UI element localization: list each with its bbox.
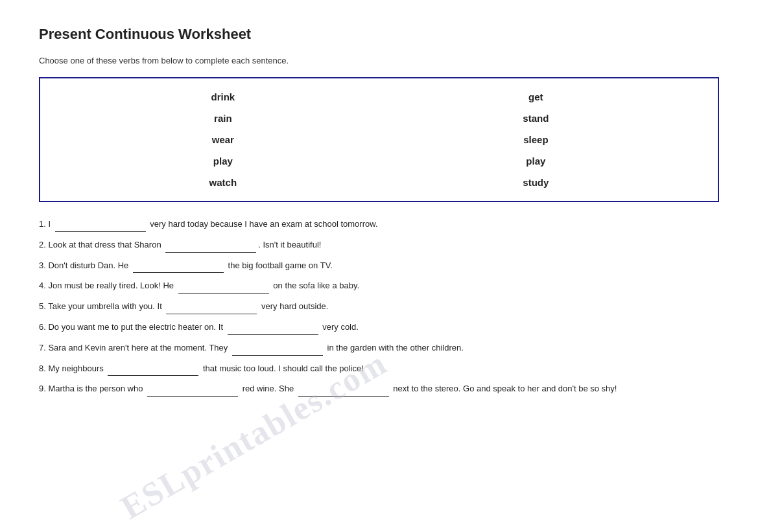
verb-sleep: sleep [523,134,548,145]
blank[interactable] [298,382,389,397]
verb-wear: wear [212,134,234,145]
sentence-item-3: 3. Don't disturb Dan. He the big footbal… [39,259,719,273]
page-title: Present Continuous Worksheet [39,26,719,43]
sentence-item-1: 1. I very hard today because I have an e… [39,218,719,232]
verb-study: study [523,177,549,188]
verb-column-right: get stand sleep play study [523,91,549,188]
verb-stand: stand [523,113,549,124]
blank[interactable] [178,279,269,294]
verb-get: get [528,91,543,102]
verb-play-right: play [526,156,545,167]
sentence-item-9: 9. Martha is the person who red wine. Sh… [39,382,719,397]
sentences-list: 1. I very hard today because I have an e… [39,218,719,397]
verb-watch: watch [209,177,237,188]
sentence-item-4: 4. Jon must be really tired. Look! He on… [39,279,719,294]
sentence-item-2: 2. Look at that dress that Sharon . Isn'… [39,238,719,253]
instructions: Choose one of these verbs from below to … [39,56,719,65]
verb-box: drink rain wear play watch get stand sle… [39,77,719,202]
blank[interactable] [232,341,323,356]
blank[interactable] [55,218,146,232]
sentence-item-7: 7. Sara and Kevin aren't here at the mom… [39,341,719,356]
blank[interactable] [108,362,198,376]
sentence-item-6: 6. Do you want me to put the electric he… [39,321,719,335]
sentence-item-8: 8. My neighbours that music too loud. I … [39,362,719,376]
verb-drink: drink [211,91,235,102]
verb-column-left: drink rain wear play watch [209,91,237,188]
blank[interactable] [228,321,318,335]
verb-rain: rain [214,113,232,124]
blank[interactable] [166,300,257,314]
blank[interactable] [147,382,238,397]
blank[interactable] [165,238,256,253]
blank[interactable] [133,259,224,273]
verb-play-left: play [213,156,233,167]
sentence-item-5: 5. Take your umbrella with you. It very … [39,300,719,314]
